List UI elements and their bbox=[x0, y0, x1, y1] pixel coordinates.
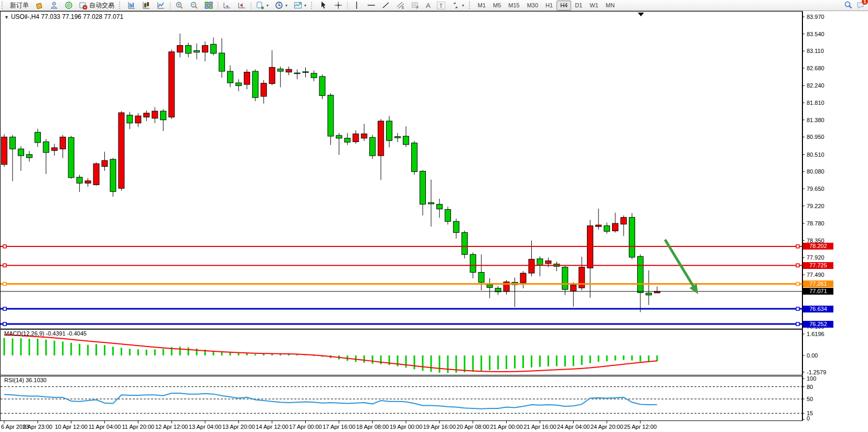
price-axis-tick-label: 81.380 bbox=[807, 117, 824, 123]
chart-title-overlay: ▼USOil-,H4 77.033 77.196 77.028 77.071 bbox=[4, 13, 123, 20]
macd-label: MACD(12,26,9) -0.4391 -0.4045 bbox=[4, 330, 87, 337]
time-axis-label: 13 Apr 04:00 bbox=[189, 424, 221, 430]
time-axis-label: 19 Apr 00:00 bbox=[390, 424, 422, 430]
rsi-scale-label: 0 bbox=[807, 415, 810, 422]
current-price-badge: 77.071 bbox=[803, 288, 833, 295]
chart-symbol-period: USOil-,H4 bbox=[11, 13, 39, 20]
level-price-badge: 78.202 bbox=[803, 243, 833, 250]
level-price-badge: 77.725 bbox=[803, 262, 833, 269]
price-axis-tick-label: 83.110 bbox=[807, 48, 824, 54]
time-axis-label: 19 Apr 16:00 bbox=[423, 424, 456, 430]
time-axis-label: 10 Apr 12:00 bbox=[55, 424, 87, 430]
time-axis-label: 21 Apr 00:00 bbox=[490, 424, 522, 430]
time-axis-label: 18 Apr 08:00 bbox=[356, 424, 389, 430]
price-chart-canvas[interactable] bbox=[0, 0, 868, 432]
price-axis-tick-label: 80.080 bbox=[807, 168, 824, 175]
time-axis-label: 25 Apr 12:00 bbox=[624, 424, 657, 430]
rsi-value: 36.1030 bbox=[26, 377, 47, 383]
time-axis-label: 12 Apr 12:00 bbox=[155, 424, 188, 430]
rsi-scale-label: 100 bbox=[807, 375, 816, 382]
price-axis-tick-label: 82.680 bbox=[807, 65, 824, 71]
price-axis-tick-label: 81.810 bbox=[807, 100, 824, 106]
time-axis-label: 20 Apr 08:00 bbox=[457, 424, 489, 430]
price-axis-tick-label: 77.920 bbox=[807, 254, 824, 261]
macd-scale-label: -1.2579 bbox=[807, 369, 826, 375]
price-axis-tick-label: 83.540 bbox=[807, 31, 824, 37]
time-axis-label: 17 Apr 00:00 bbox=[289, 424, 322, 430]
level-price-badge: 77.261 bbox=[803, 280, 833, 287]
collapse-quote-icon[interactable]: ▼ bbox=[4, 15, 9, 20]
price-axis-tick-label: 79.650 bbox=[807, 186, 824, 192]
level-price-badge: 76.252 bbox=[803, 321, 833, 328]
price-axis-tick-label: 80.510 bbox=[807, 152, 824, 158]
price-axis-tick-label: 82.240 bbox=[807, 82, 824, 89]
macd-scale-label: 1.6196 bbox=[807, 331, 824, 337]
time-axis-label: 17 Apr 16:00 bbox=[323, 424, 355, 430]
macd-values: -0.4391 -0.4045 bbox=[46, 330, 87, 337]
macd-scale-label: 0.00 bbox=[807, 352, 818, 359]
time-axis-label: 11 Apr 04:00 bbox=[89, 424, 121, 430]
time-axis-label: 24 Apr 20:00 bbox=[591, 424, 623, 430]
trading-terminal-window: 新订单 自动交易 bbox=[0, 0, 868, 432]
time-axis-label: 14 Apr 12:00 bbox=[256, 424, 288, 430]
rsi-scale-label: 50 bbox=[807, 396, 813, 402]
level-price-badge: 76.634 bbox=[803, 306, 833, 312]
price-axis-tick-label: 79.220 bbox=[807, 203, 824, 209]
time-axis-label: 21 Apr 16:00 bbox=[523, 424, 556, 430]
rsi-label: RSI(14) 36.1030 bbox=[4, 377, 47, 383]
time-axis-label: 9 Apr 23:00 bbox=[23, 424, 52, 430]
pane-frames bbox=[1, 12, 803, 421]
price-axis-tick-label: 78.780 bbox=[807, 220, 824, 226]
price-axis-tick-label: 77.490 bbox=[807, 272, 824, 278]
rsi-scale-label: 80 bbox=[807, 384, 813, 390]
price-axis-tick-label: 83.970 bbox=[807, 14, 824, 20]
price-axis-tick-label: 80.950 bbox=[807, 134, 824, 140]
time-axis-label: 13 Apr 20:00 bbox=[222, 424, 255, 430]
time-axis-label: 24 Apr 04:00 bbox=[557, 424, 590, 430]
chart-quote-values: 77.033 77.196 77.028 77.071 bbox=[41, 13, 123, 20]
time-axis-label: 11 Apr 20:00 bbox=[122, 424, 155, 430]
